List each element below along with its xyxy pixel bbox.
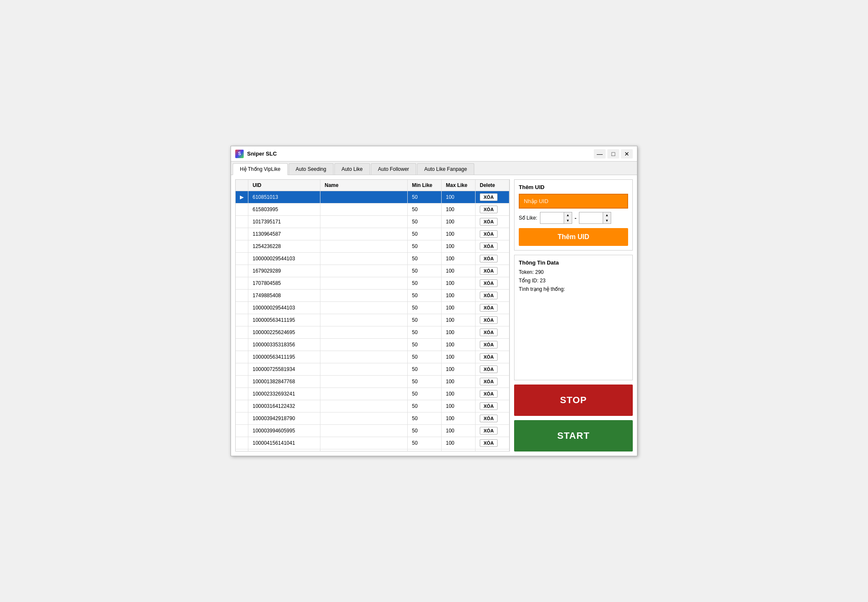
delete-row-button[interactable]: XÓA <box>480 279 498 287</box>
row-arrow <box>236 339 248 351</box>
min-like-down-btn[interactable]: ▼ <box>564 218 572 223</box>
delete-row-button[interactable]: XÓA <box>480 230 498 238</box>
min-like-up-btn[interactable]: ▲ <box>564 212 572 218</box>
row-delete-cell: XÓA <box>476 265 509 277</box>
row-name <box>320 253 408 265</box>
tab-auto-like-fanpage[interactable]: Auto Like Fanpage <box>417 163 474 175</box>
row-max-like: 100 <box>442 253 476 265</box>
delete-row-button[interactable]: XÓA <box>480 218 498 226</box>
row-uid: 100003164122432 <box>248 400 320 412</box>
delete-row-button[interactable]: XÓA <box>480 292 498 299</box>
table-row[interactable]: 174988540850100XÓA <box>236 290 509 302</box>
table-row[interactable]: 167902928950100XÓA <box>236 265 509 277</box>
row-max-like: 100 <box>442 412 476 425</box>
row-max-like: 100 <box>442 277 476 290</box>
table-wrapper[interactable]: UID Name Min Like Max Like Delete ▶61085… <box>236 180 509 451</box>
row-name <box>320 265 408 277</box>
them-uid-button[interactable]: Thêm UID <box>519 228 628 246</box>
table-row[interactable]: 10000002954410350100XÓA <box>236 253 509 265</box>
stop-button[interactable]: STOP <box>514 385 633 416</box>
row-delete-cell: XÓA <box>476 351 509 363</box>
dash-separator: - <box>575 215 576 221</box>
so-like-row: Số Like: 50 ▲ ▼ - 100 ▲ ▼ <box>519 212 628 224</box>
table-row[interactable]: 170780458550100XÓA <box>236 277 509 290</box>
row-name <box>320 437 408 449</box>
row-min-like: 50 <box>408 191 442 203</box>
table-row[interactable]: ▶61085101350100XÓA <box>236 191 509 203</box>
maximize-button[interactable]: □ <box>607 149 619 159</box>
delete-row-button[interactable]: XÓA <box>480 329 498 336</box>
row-min-like: 50 <box>408 437 442 449</box>
table-row[interactable]: 10000072558193450100XÓA <box>236 363 509 376</box>
delete-row-button[interactable]: XÓA <box>480 439 498 447</box>
table-row[interactable]: 10000399460599550100XÓA <box>236 425 509 437</box>
row-name <box>320 412 408 425</box>
row-arrow <box>236 240 248 253</box>
row-min-like: 50 <box>408 290 442 302</box>
max-like-down-btn[interactable]: ▼ <box>603 218 611 223</box>
delete-row-button[interactable]: XÓA <box>480 415 498 422</box>
delete-row-button[interactable]: XÓA <box>480 353 498 361</box>
row-uid: 100001382847768 <box>248 376 320 388</box>
table-row[interactable]: 10000002954410350100XÓA <box>236 302 509 314</box>
delete-row-button[interactable]: XÓA <box>480 427 498 435</box>
delete-row-button[interactable]: XÓA <box>480 242 498 250</box>
row-delete-cell: XÓA <box>476 240 509 253</box>
minimize-button[interactable]: — <box>594 149 606 159</box>
delete-row-button[interactable]: XÓA <box>480 255 498 262</box>
table-row[interactable]: 10000394291879050100XÓA <box>236 412 509 425</box>
row-min-like: 50 <box>408 265 442 277</box>
row-delete-cell: XÓA <box>476 412 509 425</box>
tab-auto-seeding[interactable]: Auto Seeding <box>289 163 334 175</box>
table-row[interactable]: 10000415614104150100XÓA <box>236 437 509 449</box>
tab-auto-like[interactable]: Auto Like <box>334 163 370 175</box>
row-arrow <box>236 253 248 265</box>
delete-row-button[interactable]: XÓA <box>480 304 498 312</box>
tab-auto-follower[interactable]: Auto Follower <box>371 163 416 175</box>
min-like-input[interactable]: 50 <box>540 212 564 223</box>
row-arrow <box>236 363 248 376</box>
col-delete: Delete <box>476 180 509 191</box>
delete-row-button[interactable]: XÓA <box>480 378 498 385</box>
delete-row-button[interactable]: XÓA <box>480 316 498 324</box>
delete-row-button[interactable]: XÓA <box>480 193 498 201</box>
start-button[interactable]: START <box>514 420 633 452</box>
delete-row-button[interactable]: XÓA <box>480 267 498 275</box>
table-row[interactable]: 10000056341119550100XÓA <box>236 351 509 363</box>
row-uid: 100000563411195 <box>248 314 320 326</box>
row-arrow <box>236 326 248 339</box>
max-like-input[interactable]: 100 <box>579 212 603 223</box>
table-row[interactable]: 10000022562469550100XÓA <box>236 326 509 339</box>
table-row[interactable]: 10000033531835650100XÓA <box>236 339 509 351</box>
table-row[interactable]: 10000233269324150100XÓA <box>236 388 509 400</box>
table-row[interactable]: 125423622850100XÓA <box>236 240 509 253</box>
row-arrow <box>236 351 248 363</box>
table-row[interactable]: 10000316412243250100XÓA <box>236 400 509 412</box>
row-uid: 1707804585 <box>248 277 320 290</box>
table-row[interactable]: 10000138284776850100XÓA <box>236 376 509 388</box>
row-min-like: 50 <box>408 203 442 216</box>
row-max-like: 100 <box>442 203 476 216</box>
tab-he-thong-viplike[interactable]: Hệ Thống VipLike <box>233 163 288 175</box>
delete-row-button[interactable]: XÓA <box>480 390 498 398</box>
token-info: Token: 290 <box>519 269 628 275</box>
max-like-up-btn[interactable]: ▲ <box>603 212 611 218</box>
row-min-like: 50 <box>408 277 442 290</box>
row-arrow <box>236 449 248 452</box>
table-row[interactable]: 113096458750100XÓA <box>236 228 509 240</box>
max-like-spinner: 100 ▲ ▼ <box>579 212 611 224</box>
table-row[interactable]: 10000438631156950100XÓA <box>236 449 509 452</box>
uid-input[interactable] <box>519 194 628 209</box>
table-row[interactable]: 10000056341119550100XÓA <box>236 314 509 326</box>
row-uid: 100000563411195 <box>248 351 320 363</box>
uid-table: UID Name Min Like Max Like Delete ▶61085… <box>236 180 509 451</box>
delete-row-button[interactable]: XÓA <box>480 365 498 373</box>
close-button[interactable]: ✕ <box>621 149 633 159</box>
delete-row-button[interactable]: XÓA <box>480 402 498 410</box>
table-row[interactable]: 101739517150100XÓA <box>236 216 509 228</box>
row-min-like: 50 <box>408 302 442 314</box>
delete-row-button[interactable]: XÓA <box>480 206 498 213</box>
row-min-like: 50 <box>408 412 442 425</box>
delete-row-button[interactable]: XÓA <box>480 341 498 348</box>
table-row[interactable]: 61580399550100XÓA <box>236 203 509 216</box>
